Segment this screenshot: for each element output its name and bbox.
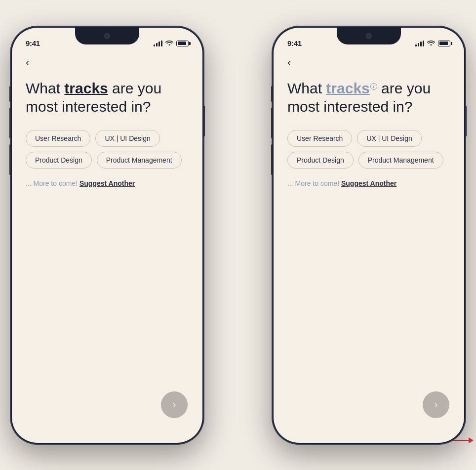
tag-user-research-right[interactable]: User Research <box>287 130 352 147</box>
power-side-right <box>465 106 467 136</box>
tag-product-management-right[interactable]: Product Management <box>358 152 443 169</box>
tags-container-left: User Research UX | UI Design Product Des… <box>26 130 189 169</box>
status-time-left: 9:41 <box>26 39 40 47</box>
suggest-another-right[interactable]: Suggest Another <box>341 179 397 187</box>
volume-up-button <box>9 108 11 138</box>
arrow-head <box>469 437 474 443</box>
tag-ux-ui-left[interactable]: UX | UI Design <box>95 130 159 147</box>
next-button-container-left: › <box>161 391 188 418</box>
battery-icon-left <box>176 41 189 46</box>
side-buttons-left <box>9 86 11 175</box>
more-text-right: ... More to come! Suggest Another <box>287 179 450 187</box>
phone-frame-right: 9:41 <box>273 27 465 444</box>
power-button-right <box>465 106 467 136</box>
phone-screen-left: 9:41 <box>12 28 202 443</box>
next-button-container-right: › <box>423 391 449 418</box>
signal-icon-left <box>154 41 162 46</box>
phone-content-left: ‹ What tracks are youmost interested in?… <box>12 52 202 187</box>
signal-icon-right <box>415 41 424 46</box>
mute-button-right <box>271 86 273 102</box>
phone-left: 9:41 <box>11 27 203 444</box>
info-icon[interactable]: i <box>370 83 377 90</box>
back-button-left[interactable]: ‹ <box>26 56 189 69</box>
headline-left: What tracks are youmost interested in? <box>26 79 189 116</box>
notch-left <box>75 28 139 44</box>
wifi-icon-left <box>165 40 173 47</box>
power-button <box>203 106 205 136</box>
tracks-word-left: tracks <box>64 80 108 96</box>
mute-button <box>9 86 11 102</box>
phone-right: 9:41 <box>273 27 465 444</box>
volume-up-button-right <box>271 108 273 138</box>
status-icons-left <box>154 40 189 47</box>
camera-left <box>104 33 110 39</box>
phone-frame-left: 9:41 <box>11 27 203 444</box>
wifi-icon-right <box>427 40 435 47</box>
tag-product-design-left[interactable]: Product Design <box>26 152 92 169</box>
next-button-left[interactable]: › <box>161 391 188 418</box>
tag-product-design-right[interactable]: Product Design <box>287 152 354 169</box>
side-buttons-right-phone <box>271 86 273 175</box>
notch-right <box>337 28 401 44</box>
volume-down-button <box>9 144 11 175</box>
status-time-right: 9:41 <box>287 39 302 47</box>
tag-user-research-left[interactable]: User Research <box>26 130 90 147</box>
camera-right <box>366 33 372 39</box>
phone-screen-right: 9:41 <box>274 28 464 443</box>
status-icons-right <box>415 40 450 47</box>
volume-down-button-right <box>271 144 273 175</box>
scene: 9:41 <box>0 0 476 470</box>
next-arrow-icon-right: › <box>435 399 438 410</box>
next-button-right[interactable]: › <box>423 391 449 418</box>
side-button-right <box>203 106 205 136</box>
next-arrow-icon-left: › <box>173 399 176 410</box>
headline-right: What tracksi are youmost interested in? <box>287 79 450 116</box>
back-button-right[interactable]: ‹ <box>287 56 450 69</box>
phone-content-right: ‹ What tracksi are youmost interested in… <box>274 52 464 187</box>
tag-ux-ui-right[interactable]: UX | UI Design <box>357 130 421 147</box>
suggest-another-left[interactable]: Suggest Another <box>79 179 135 187</box>
tags-container-right: User Research UX | UI Design Product Des… <box>287 130 450 169</box>
tracks-word-right: tracksi <box>326 80 377 96</box>
more-text-left: ... More to come! Suggest Another <box>26 179 189 187</box>
battery-icon-right <box>438 41 450 46</box>
tag-product-management-left[interactable]: Product Management <box>97 152 182 169</box>
